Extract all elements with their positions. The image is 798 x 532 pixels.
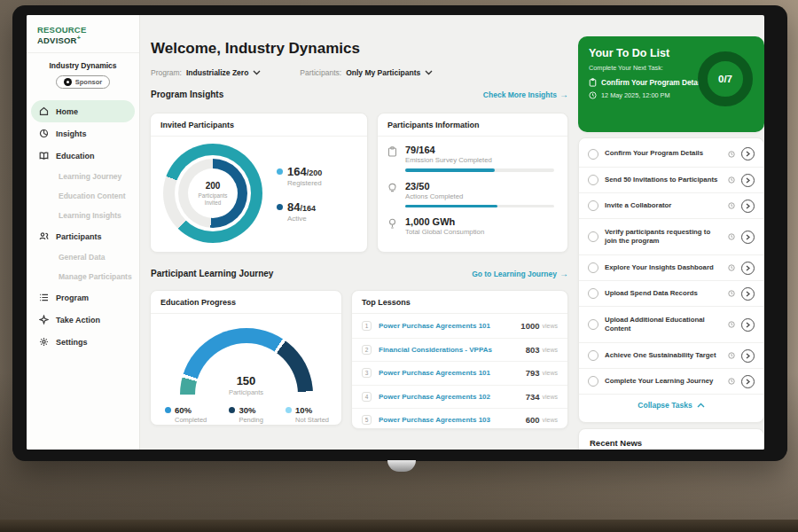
legend-active: 84/164 Active [277,200,322,223]
sponsor-label: Sponsor [75,78,102,86]
task-row[interactable]: Confirm Your Program Details [579,141,763,167]
task-label: Send 50 Invitations to Participants [605,176,722,184]
task-checkbox[interactable] [588,175,598,185]
filters-bar: Program: Industrialize Zero Participants… [151,68,433,77]
lesson-row: 1 Power Purchase Agreements 101 1000 vie… [352,314,567,338]
chevron-down-icon [253,70,261,75]
check-more-insights-link[interactable]: Check More Insights→ [483,90,568,99]
lessons-list: 1 Power Purchase Agreements 101 1000 vie… [352,314,567,432]
clock-icon [728,202,735,209]
lesson-link[interactable]: Power Purchase Agreements 101 [379,369,526,377]
chevron-right-button[interactable] [741,231,755,244]
chevron-up-icon [697,403,705,408]
sidebar-nav: Home Insights Education Learning Journey… [27,100,139,353]
sidebar-item-settings[interactable]: Settings [27,331,139,353]
task-label: Verify participants requesting to join t… [605,228,722,246]
participants-value: Only My Participants [346,68,420,77]
sidebar-item-home[interactable]: Home [31,100,135,122]
task-checkbox[interactable] [588,200,598,211]
stat-bar-fill [405,168,495,172]
progress-track [405,168,554,172]
arrow-right-icon: → [559,90,568,99]
lesson-link[interactable]: Financial Considerations - VPPAs [379,346,526,354]
sidebar-item-manage-participants[interactable]: Manage Participants [27,267,139,286]
chevron-right-button[interactable] [741,287,755,301]
lesson-link[interactable]: Power Purchase Agreements 102 [379,393,526,401]
todo-task-list: Confirm Your Program Details Send 50 Inv… [578,137,764,423]
sidebar-item-learning-insights[interactable]: Learning Insights [27,206,139,225]
lightbulb-icon [387,218,397,229]
task-checkbox[interactable] [588,231,598,242]
participants-dropdown[interactable]: Participants: Only My Participants [300,68,433,77]
logo-resource: RESOURCE [37,25,86,35]
task-checkbox[interactable] [588,319,598,330]
todo-summary-card: Your To Do List Complete Your Next Task:… [578,36,764,132]
recent-news-card: Recent News [578,428,764,450]
task-label: Confirm Your Program Details [605,149,722,158]
lesson-link[interactable]: Power Purchase Agreements 101 [379,322,520,330]
legend-pending: 30% Pending [229,405,263,424]
task-row[interactable]: Invite a Collaborator [579,192,763,218]
task-checkbox[interactable] [588,288,598,299]
task-checkbox[interactable] [588,262,598,273]
chevron-right-button[interactable] [741,262,755,275]
sidebar-item-learning-journey[interactable]: Learning Journey [27,167,139,186]
rank-badge: 2 [362,345,372,355]
views-count: 793 [526,368,540,378]
clock-icon [728,151,735,158]
lesson-link[interactable]: Power Purchase Agreements 103 [379,416,526,424]
sidebar-item-education-content[interactable]: Education Content [27,186,139,206]
home-icon [39,106,49,116]
chevron-right-button[interactable] [741,147,755,160]
task-row[interactable]: Send 50 Invitations to Participants [579,167,763,192]
collapse-tasks-link[interactable]: Collapse Tasks [579,394,763,415]
recent-news-heading: Recent News [590,438,753,448]
sidebar-item-general-data[interactable]: General Data [27,247,139,267]
chevron-right-button[interactable] [741,200,755,213]
program-dropdown[interactable]: Program: Industrialize Zero [151,68,261,77]
clock-icon [728,290,735,297]
rank-badge: 3 [362,368,372,378]
task-row[interactable]: Upload Additional Educational Content [579,306,763,342]
task-row[interactable]: Complete Your Learning Journey [579,368,763,394]
chevron-right-button[interactable] [741,349,755,363]
legend-dot [229,407,235,413]
sidebar-item-take-action[interactable]: Take Action [27,309,139,331]
lesson-row: 2 Financial Considerations - VPPAs 803 v… [352,338,567,362]
chevron-right-button[interactable] [741,318,755,332]
go-to-learning-journey-link[interactable]: Go to Learning Journey→ [472,269,568,278]
sidebar-item-insights[interactable]: Insights [27,122,139,145]
logo-plus: + [77,35,81,41]
sponsor-badge[interactable]: Sponsor [56,75,110,89]
task-label: Invite a Collaborator [605,201,722,210]
clock-icon [589,91,597,99]
chevron-right-button[interactable] [741,174,755,187]
task-checkbox[interactable] [588,149,598,160]
logo-advisor: ADVISOR [37,35,77,45]
page-title: Welcome, Industry Dynamics [151,40,360,58]
clock-icon [728,378,735,385]
task-checkbox[interactable] [588,376,598,387]
sidebar: RESOURCE ADVISOR+ Industry Dynamics Spon… [27,15,140,450]
clock-icon [728,233,735,240]
task-label: Achieve One Sustainability Target [605,351,722,360]
lesson-row: 5 Power Purchase Agreements 103 600 view… [352,408,567,432]
progress-track [405,205,554,208]
task-row[interactable]: Explore Your Insights Dashboard [579,254,763,280]
gauge-center: 150 Participants [180,374,313,396]
task-row[interactable]: Upload Spend Data Records [579,280,763,306]
stat-emission-survey: 79/164 Emission Survey Completed [387,145,556,172]
task-row[interactable]: Achieve One Sustainability Target [579,342,763,368]
sidebar-item-label: Settings [56,338,88,347]
sidebar-item-education[interactable]: Education [27,145,139,167]
sidebar-item-label: Participants [56,232,102,241]
learning-journey-heading: Participant Learning Journey [151,269,273,278]
task-checkbox[interactable] [588,350,598,361]
task-row[interactable]: Verify participants requesting to join t… [579,218,763,254]
sidebar-item-program[interactable]: Program [27,286,139,309]
chevron-right-button[interactable] [741,375,755,388]
app-logo: RESOURCE ADVISOR+ [27,15,139,53]
education-progress-card: Education Progress 150 Participants 60% … [150,290,342,426]
sidebar-item-participants[interactable]: Participants [27,225,139,247]
clipboard-icon [387,146,397,157]
